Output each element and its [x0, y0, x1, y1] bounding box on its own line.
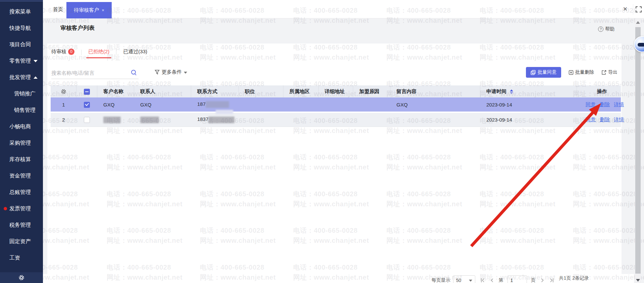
fullscreen-icon[interactable] — [635, 6, 642, 13]
more-filters-button[interactable]: 更多条件 — [155, 69, 187, 75]
sidebar-item-10[interactable]: 资金管理 — [0, 167, 43, 184]
vertical-scrollbar[interactable] — [635, 19, 641, 283]
sidebar-item-11[interactable]: 总账管理 — [0, 184, 43, 200]
scroll-up-icon[interactable] — [636, 21, 640, 24]
sidebar-footer — [0, 272, 43, 283]
tab-pending-customers[interactable]: 待审核客户 × — [66, 2, 112, 18]
sort-icon[interactable] — [510, 89, 513, 94]
per-page-label: 每页显示 — [432, 277, 450, 283]
censored-phone — [206, 101, 229, 108]
active-tab-underline — [86, 57, 111, 58]
sidebar: 搜索菜单快捷导航项目合同零售管理批发管理营销推广销售管理小畅电商采购管理库存核算… — [0, 0, 43, 283]
help-button[interactable]: ? 帮助 — [598, 26, 614, 32]
cell-region — [283, 97, 319, 112]
page-title: 审核客户列表 — [60, 24, 95, 32]
sidebar-item-2[interactable]: 项目合同 — [0, 36, 43, 53]
settings-gear-icon[interactable] — [18, 275, 24, 281]
page-number-input[interactable]: 1 — [507, 275, 527, 283]
sidebar-item-label: 总账管理 — [9, 189, 31, 195]
tab-approved[interactable]: 已通过(33) — [122, 47, 148, 58]
sidebar-item-4[interactable]: 批发管理 — [0, 69, 43, 85]
search-icon[interactable] — [130, 69, 137, 76]
row-1-checkbox[interactable] — [84, 102, 90, 108]
close-icon[interactable]: × — [621, 5, 629, 13]
search-input[interactable] — [51, 67, 125, 78]
cell-actions: 同意 删除 详情 — [577, 113, 621, 127]
column-actions: 操作 — [577, 85, 621, 97]
sidebar-item-7[interactable]: 小畅电商 — [0, 118, 43, 135]
sidebar-item-3[interactable]: 零售管理 — [0, 53, 43, 69]
phone-prefix: 187 — [197, 101, 206, 107]
cell-phone: 1837 — [191, 113, 239, 127]
sidebar-item-label: 小畅电商 — [9, 124, 31, 129]
sidebar-item-label: 快捷导航 — [9, 25, 31, 31]
first-page-icon[interactable] — [480, 278, 485, 283]
sidebar-item-15[interactable]: 工资 — [0, 250, 43, 266]
detail-link[interactable]: 详情 — [614, 101, 624, 107]
cell-customer-name: GXQ — [97, 97, 134, 112]
batch-delete-button[interactable]: 批量删除 — [569, 69, 594, 75]
export-button[interactable]: 导出 — [601, 69, 618, 75]
censored-name — [103, 117, 121, 123]
column-position: 职位 — [239, 85, 283, 97]
sidebar-item-label: 项目合同 — [9, 42, 31, 47]
cell-join-reason — [353, 113, 390, 127]
sidebar-item-5[interactable]: 营销推广 — [0, 85, 43, 102]
cell-contact: GXQ — [134, 97, 191, 112]
detail-link[interactable]: 详情 — [614, 117, 624, 122]
tab-rejected[interactable]: 已拒绝(2) — [88, 47, 110, 58]
search-box — [51, 67, 139, 79]
sidebar-item-label: 采购管理 — [9, 140, 31, 146]
sidebar-item-label: 营销推广 — [14, 91, 36, 96]
cell-customer-name — [97, 113, 134, 127]
per-page-select[interactable]: 50 — [453, 275, 475, 283]
prev-page-icon[interactable] — [489, 278, 495, 283]
tab-home[interactable]: 首页 — [50, 0, 66, 18]
status-filter-tabs: 待审核 0 已拒绝(2) 已通过(33) — [51, 46, 148, 59]
content-card: 待审核 0 已拒绝(2) 已通过(33) 更多条件 — [47, 44, 622, 283]
delete-link[interactable]: 删除 — [600, 101, 610, 107]
cell-join-reason — [353, 97, 390, 112]
row-2-checkbox[interactable] — [84, 117, 90, 123]
approve-link[interactable]: 同意 — [586, 117, 596, 122]
gear-icon[interactable] — [61, 89, 66, 94]
scrollbar-thumb[interactable] — [635, 27, 641, 274]
more-filters-label: 更多条件 — [162, 69, 182, 75]
censored-smudge — [216, 110, 233, 114]
notification-dot — [4, 207, 7, 210]
table-row-1[interactable]: 1 GXQ GXQ 187 GXQ 2023-09-14 同意 删除 详情 — [51, 97, 621, 112]
sidebar-item-9[interactable]: 库存核算 — [0, 151, 43, 167]
sidebar-item-12[interactable]: 发票管理 — [0, 200, 43, 217]
delete-link[interactable]: 删除 — [600, 117, 610, 122]
sidebar-item-label: 零售管理 — [9, 58, 31, 64]
sidebar-item-13[interactable]: 税务管理 — [0, 217, 43, 233]
cell-address — [319, 97, 353, 112]
sidebar-item-6[interactable]: 销售管理 — [0, 102, 43, 118]
tab-pending-label: 待审核 — [51, 49, 66, 55]
batch-approve-button[interactable]: 批量同意 — [526, 67, 561, 78]
batch-approve-label: 批量同意 — [538, 69, 556, 75]
action-buttons: 批量同意 批量删除 导出 — [526, 67, 618, 78]
tab-pending-customers-label: 待审核客户 — [74, 7, 99, 13]
select-all-checkbox[interactable] — [84, 89, 90, 95]
tab-close-icon[interactable]: × — [102, 8, 104, 13]
scroll-down-icon[interactable] — [636, 279, 640, 282]
last-page-icon[interactable] — [549, 278, 554, 283]
sidebar-item-0[interactable]: 搜索菜单 — [0, 3, 43, 20]
page-prefix: 第 — [499, 277, 503, 283]
column-region: 所属地区 — [283, 85, 319, 97]
cell-message: GXQ — [390, 97, 480, 112]
next-page-icon[interactable] — [540, 278, 545, 283]
table-row-2[interactable]: 2 1837 2023-09-14 同意 删除 详情 — [51, 113, 621, 127]
approve-link[interactable]: 同意 — [586, 101, 596, 107]
sidebar-item-1[interactable]: 快捷导航 — [0, 20, 43, 36]
cell-message — [390, 113, 480, 127]
tab-pending[interactable]: 待审核 0 — [51, 47, 75, 58]
sidebar-item-label: 销售管理 — [14, 107, 36, 113]
pending-count-badge: 0 — [68, 49, 74, 55]
sidebar-item-8[interactable]: 采购管理 — [0, 135, 43, 151]
per-page-value: 50 — [456, 278, 462, 283]
sidebar-item-14[interactable]: 固定资产 — [0, 233, 43, 250]
column-apply-time: 申请时间 — [480, 85, 577, 97]
customers-table: 客户名称 联系人 联系方式 职位 所属地区 详细地址 加盟原因 留言内容 申请时… — [51, 85, 621, 127]
